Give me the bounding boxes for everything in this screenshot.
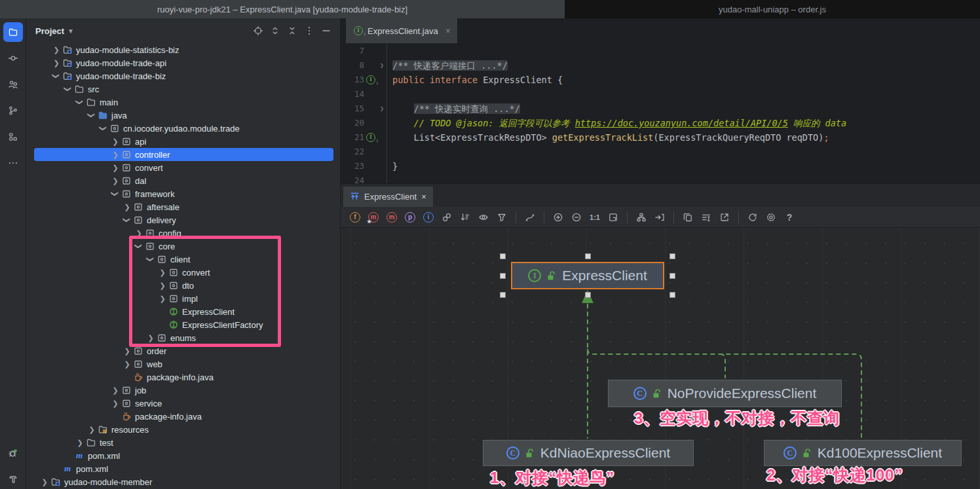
selection-handle[interactable] (669, 253, 675, 259)
implemented-by-gutter-icon[interactable]: I (364, 73, 377, 87)
tree-item-pom-xml[interactable]: mpom.xml (26, 449, 340, 462)
chevron-collapsed-icon[interactable]: ❯ (110, 162, 121, 173)
fields-toggle[interactable]: f (347, 209, 363, 225)
properties-toggle[interactable]: p (402, 209, 418, 225)
tree-item-convert[interactable]: ❯convert (26, 266, 340, 279)
chevron-collapsed-icon[interactable]: ❯ (51, 45, 62, 55)
inner-classes-toggle[interactable]: i (421, 209, 436, 225)
tree-item-controller[interactable]: ❯controller (26, 148, 340, 161)
tree-item-main[interactable]: ❯main (26, 96, 340, 109)
selection-handle[interactable] (500, 273, 506, 279)
project-folder-icon[interactable] (3, 22, 23, 42)
zoom-in-icon[interactable] (550, 209, 566, 225)
chevron-collapsed-icon[interactable]: ❯ (122, 346, 132, 356)
tree-item-enums[interactable]: ❯enums (26, 331, 340, 344)
tree-item-pom-xml[interactable]: mpom.xml (26, 462, 340, 475)
filter-icon[interactable] (494, 209, 510, 225)
implemented-by-gutter-icon[interactable]: I (364, 130, 377, 145)
close-icon[interactable]: × (445, 26, 451, 36)
sort-icon[interactable] (457, 209, 473, 225)
chevron-collapsed-icon[interactable]: ❯ (157, 280, 168, 291)
chevron-collapsed-icon[interactable]: ❯ (75, 437, 85, 448)
code-editor[interactable]: 78❯/** 快递客户端接口 ...*/13Ipublic interface … (341, 43, 980, 183)
chevron-expanded-icon[interactable]: ❯ (145, 254, 156, 264)
refresh-icon[interactable] (745, 209, 761, 225)
chevron-collapsed-icon[interactable]: ❯ (110, 385, 121, 395)
actual-size-button[interactable]: 1:1 (587, 209, 603, 225)
commit-icon[interactable] (3, 48, 23, 68)
chevron-collapsed-icon[interactable]: ❯ (86, 424, 97, 435)
chevron-collapsed-icon[interactable]: ❯ (134, 228, 144, 238)
chevron-collapsed-icon[interactable]: ❯ (122, 202, 132, 212)
tab-diagram-expressclient[interactable]: ExpressClient × (343, 187, 433, 207)
selection-handle[interactable] (500, 253, 506, 259)
tree-item-src[interactable]: ❯src (26, 82, 340, 96)
chevron-collapsed-icon[interactable]: ❯ (122, 359, 132, 369)
diagram-node-kdniao-express-client[interactable]: CKdNiaoExpressClient (483, 440, 694, 466)
structure-icon[interactable] (3, 127, 23, 147)
tree-item-order[interactable]: ❯order (26, 344, 340, 357)
chevron-collapsed-icon[interactable]: ❯ (39, 477, 50, 487)
copy-diagram-icon[interactable] (680, 209, 696, 225)
selection-handle[interactable] (669, 273, 675, 279)
tree-item-service[interactable]: ❯service (26, 397, 340, 410)
tree-item-cn-iocoder-yudao-module-trade[interactable]: ❯cn.iocoder.yudao.module.trade (26, 122, 340, 135)
tree-item-api[interactable]: ❯api (26, 135, 340, 148)
tree-item-convert[interactable]: ❯convert (26, 161, 340, 174)
fold-chevron-icon[interactable]: ❯ (377, 101, 386, 116)
build-hammer-icon[interactable] (3, 469, 23, 489)
tree-item-expressclientfactory[interactable]: ExpressClientFactory (26, 318, 340, 331)
chevron-collapsed-icon[interactable]: ❯ (157, 293, 168, 304)
settings-icon[interactable] (763, 209, 779, 225)
more-vertical-icon[interactable] (302, 24, 316, 38)
methods-toggle[interactable]: m (384, 209, 400, 225)
tree-item-test[interactable]: ❯test (26, 436, 340, 449)
constructors-toggle[interactable]: m★ (366, 209, 381, 225)
edge-creation-icon[interactable] (522, 209, 538, 225)
tree-item-dal[interactable]: ❯dal (26, 174, 340, 187)
tree-item-expressclient[interactable]: ExpressClient (26, 305, 340, 318)
chevron-expanded-icon[interactable]: ❯ (110, 189, 121, 199)
selection-handle[interactable] (585, 292, 591, 298)
chevron-expanded-icon[interactable]: ❯ (122, 215, 132, 225)
chevron-expanded-icon[interactable]: ❯ (134, 241, 144, 251)
diagram-node-kd100-express-client[interactable]: CKd100ExpressClient (764, 440, 962, 466)
chevron-collapsed-icon[interactable]: ❯ (110, 175, 121, 186)
tree-item-client[interactable]: ❯client (26, 253, 340, 266)
chevron-collapsed-icon[interactable]: ❯ (145, 333, 156, 343)
route-edges-icon[interactable] (652, 209, 668, 225)
collapse-all-icon[interactable] (285, 24, 299, 38)
chevron-collapsed-icon[interactable]: ❯ (157, 267, 168, 278)
chevron-collapsed-icon[interactable]: ❯ (51, 58, 62, 68)
help-button[interactable]: ? (782, 209, 797, 225)
hide-icon[interactable] (319, 24, 333, 38)
project-tree[interactable]: ❯yudao-module-statistics-biz❯yudao-modul… (26, 43, 340, 489)
tree-item-web[interactable]: ❯web (26, 357, 340, 371)
locate-icon[interactable] (251, 24, 265, 38)
tree-item-core[interactable]: ❯core (26, 240, 340, 253)
chevron-collapsed-icon[interactable]: ❯ (110, 136, 121, 147)
tree-item-job[interactable]: ❯job (26, 384, 340, 397)
expand-icon[interactable] (268, 24, 282, 38)
export-icon[interactable] (717, 209, 732, 225)
tree-item-yudao-module-statistics-biz[interactable]: ❯yudao-module-statistics-biz (26, 43, 340, 56)
diagram-node-no-provide-express-client[interactable]: CNoProvideExpressClient (608, 380, 842, 407)
tree-item-framework[interactable]: ❯framework (26, 187, 340, 200)
project-panel-title[interactable]: Project (35, 26, 64, 36)
edge-labels-icon[interactable] (698, 209, 714, 225)
tree-item-aftersale[interactable]: ❯aftersale (26, 200, 340, 213)
fit-content-icon[interactable] (605, 209, 621, 225)
fold-chevron-icon[interactable]: ❯ (377, 58, 386, 73)
dependencies-icon[interactable] (439, 209, 455, 225)
apply-layout-icon[interactable] (633, 209, 649, 225)
git-branches-icon[interactable] (3, 101, 23, 120)
more-icon[interactable] (3, 153, 23, 173)
chevron-expanded-icon[interactable]: ❯ (86, 110, 97, 120)
selection-handle[interactable] (669, 292, 675, 298)
selection-handle[interactable] (500, 292, 506, 298)
chevron-collapsed-icon[interactable]: ❯ (110, 398, 121, 408)
chevron-expanded-icon[interactable]: ❯ (51, 71, 62, 81)
diagram-canvas[interactable]: IExpressClientCNoProvideExpressClientCKd… (341, 228, 980, 489)
tab-expressclient-java[interactable]: I ExpressClient.java × (346, 18, 457, 43)
zoom-out-icon[interactable] (569, 209, 584, 225)
